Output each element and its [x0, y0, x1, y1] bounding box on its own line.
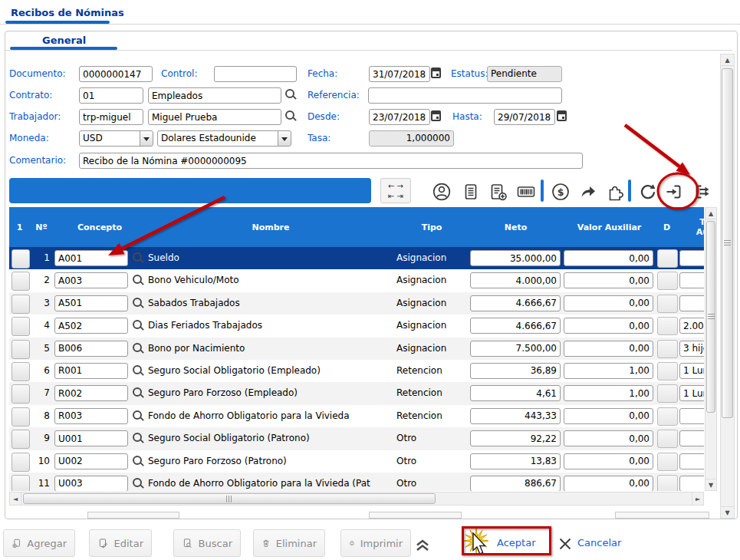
- grid-hscroll-thumb[interactable]: [23, 493, 436, 504]
- referencia-input[interactable]: [368, 87, 562, 104]
- texto-auxiliar-input[interactable]: [679, 363, 704, 379]
- table-row[interactable]: 5 Bono por Nacimiento Asignacion: [9, 338, 704, 360]
- table-row[interactable]: 7 Seguro Paro Forzoso (Empleado) Retenci…: [9, 382, 704, 404]
- row-selector-button[interactable]: [12, 272, 30, 291]
- search-icon[interactable]: [133, 365, 145, 377]
- col-header-neto[interactable]: Neto: [469, 207, 564, 247]
- panel-vscroll-thumb[interactable]: [722, 68, 733, 418]
- desde-input[interactable]: [369, 109, 430, 125]
- contrato-code-input[interactable]: [79, 87, 143, 104]
- valor-auxiliar-input[interactable]: [564, 272, 653, 288]
- forward-arrow-icon[interactable]: [577, 181, 598, 202]
- document-add-icon[interactable]: [487, 181, 508, 202]
- col-header-t-aux[interactable]: T Au: [678, 207, 704, 247]
- row-selector-button[interactable]: [12, 407, 30, 427]
- col-header-1[interactable]: 1: [9, 207, 31, 247]
- d-cell-button[interactable]: [657, 407, 678, 426]
- tab-general[interactable]: General: [42, 35, 86, 46]
- search-icon[interactable]: [133, 320, 145, 332]
- aceptar-label[interactable]: Aceptar: [497, 537, 535, 548]
- concepto-input[interactable]: [54, 272, 128, 288]
- texto-auxiliar-input[interactable]: [679, 341, 704, 357]
- row-selector-button[interactable]: [12, 430, 30, 449]
- concepto-input[interactable]: [54, 295, 128, 311]
- chevron-down-icon[interactable]: [140, 130, 153, 147]
- texto-auxiliar-input[interactable]: [679, 272, 704, 288]
- texto-auxiliar-input[interactable]: [679, 295, 704, 311]
- concepto-input[interactable]: [54, 476, 128, 491]
- agregar-button[interactable]: Agregar: [3, 529, 75, 557]
- row-selector-button[interactable]: [12, 249, 30, 268]
- search-icon[interactable]: [133, 252, 145, 265]
- valor-auxiliar-input[interactable]: [564, 318, 653, 334]
- valor-auxiliar-input[interactable]: [564, 408, 653, 424]
- currency-dollar-icon[interactable]: $: [550, 181, 571, 202]
- col-header-tipo[interactable]: Tipo: [395, 207, 469, 247]
- table-row[interactable]: 10 Seguro Paro Forzoso (Patrono) Otro: [9, 450, 704, 473]
- d-cell-button[interactable]: [657, 362, 678, 380]
- neto-input[interactable]: [470, 272, 561, 288]
- control-input[interactable]: [214, 66, 297, 82]
- valor-auxiliar-input[interactable]: [564, 385, 653, 401]
- neto-input[interactable]: [470, 341, 561, 357]
- texto-auxiliar-input[interactable]: [679, 385, 704, 401]
- neto-input[interactable]: [470, 385, 561, 401]
- trabajador-code-input[interactable]: [79, 109, 143, 125]
- search-icon[interactable]: [133, 478, 145, 490]
- grid-hscroll-left-button[interactable]: ◄: [9, 492, 21, 506]
- row-selector-button[interactable]: [12, 384, 30, 404]
- texto-auxiliar-input[interactable]: [679, 318, 704, 334]
- moneda-code-select[interactable]: USD: [79, 130, 153, 147]
- export-icon[interactable]: [692, 181, 714, 202]
- table-row[interactable]: 6 Seguro Social Obligatorio (Empleado) R…: [9, 360, 704, 382]
- calendar-icon[interactable]: [431, 68, 441, 78]
- search-icon[interactable]: [133, 275, 145, 287]
- d-cell-button[interactable]: [657, 317, 678, 335]
- panel-vscroll-up-button[interactable]: ▲: [720, 54, 735, 66]
- fecha-input[interactable]: [369, 66, 430, 82]
- moneda-name-select[interactable]: Dolares Estadounide: [157, 130, 291, 147]
- neto-input[interactable]: [470, 250, 561, 266]
- cancelar-label[interactable]: Cancelar: [577, 537, 621, 548]
- table-row[interactable]: 4 Dias Feriados Trabajados Asignacion: [9, 315, 704, 337]
- concepto-input[interactable]: [54, 408, 128, 424]
- grid-vscroll-up-button[interactable]: ▲: [705, 207, 717, 219]
- neto-input[interactable]: [470, 295, 561, 311]
- table-row[interactable]: 11 Fondo de Ahorro Obligatorio para la V…: [9, 473, 704, 491]
- refresh-icon[interactable]: [637, 181, 658, 202]
- search-icon[interactable]: [133, 343, 145, 355]
- concepto-input[interactable]: [54, 430, 128, 446]
- search-icon[interactable]: [133, 433, 145, 445]
- window-tab-recibos[interactable]: Recibos de Nóminas: [11, 7, 124, 18]
- d-cell-button[interactable]: [657, 249, 678, 268]
- valor-auxiliar-input[interactable]: [564, 250, 653, 266]
- calendar-icon[interactable]: [557, 110, 567, 121]
- col-header-valor-auxiliar[interactable]: Valor Auxiliar: [563, 207, 656, 247]
- d-cell-button[interactable]: [657, 430, 678, 448]
- import-icon[interactable]: [663, 181, 684, 202]
- imprimir-button[interactable]: Imprimir: [340, 529, 411, 557]
- hasta-input[interactable]: [494, 109, 555, 125]
- col-header-d[interactable]: D: [656, 207, 679, 247]
- texto-auxiliar-input[interactable]: [679, 408, 704, 424]
- search-icon[interactable]: [285, 89, 298, 101]
- texto-auxiliar-input[interactable]: [679, 250, 704, 266]
- comentario-input[interactable]: [79, 153, 583, 169]
- row-selector-button[interactable]: [12, 317, 30, 336]
- d-cell-button[interactable]: [657, 384, 678, 403]
- concepto-input[interactable]: [54, 363, 128, 379]
- d-cell-button[interactable]: [657, 475, 678, 491]
- row-selector-button[interactable]: [12, 475, 30, 491]
- col-header-nombre[interactable]: Nombre: [146, 207, 396, 247]
- search-icon[interactable]: [133, 410, 145, 423]
- search-icon[interactable]: [133, 456, 145, 468]
- grid-hscroll-right-button[interactable]: ►: [692, 492, 704, 506]
- grid-vscroll-thumb[interactable]: [706, 221, 715, 413]
- close-x-icon[interactable]: [557, 536, 573, 552]
- eliminar-button[interactable]: Eliminar: [253, 529, 325, 557]
- neto-input[interactable]: [470, 476, 561, 491]
- valor-auxiliar-input[interactable]: [564, 363, 653, 379]
- table-row[interactable]: 2 Bono Vehiculo/Moto Asignacion: [9, 269, 704, 292]
- barcode-icon[interactable]: [515, 181, 537, 202]
- valor-auxiliar-input[interactable]: [564, 341, 653, 357]
